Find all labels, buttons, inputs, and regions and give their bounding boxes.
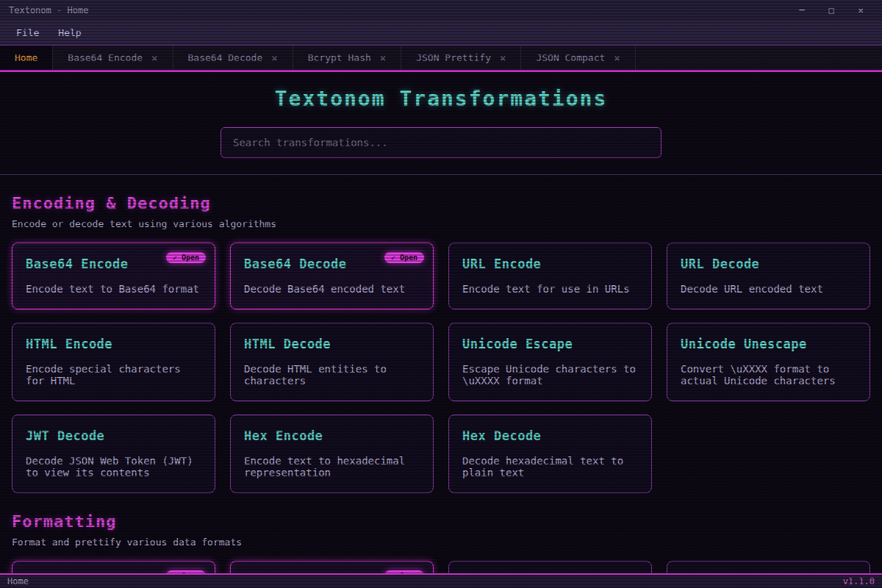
card-html-encode[interactable]: HTML EncodeEncode special characters for…: [12, 323, 215, 401]
tab-label: Bcrypt Hash: [308, 52, 371, 63]
card-description: Decode hexadecimal text to plain text: [462, 455, 638, 479]
tab-base64-encode[interactable]: Base64 Encode×: [53, 46, 173, 70]
tab-close-icon[interactable]: ×: [271, 52, 277, 64]
tab-home[interactable]: Home: [0, 46, 53, 70]
tab-base64-decode[interactable]: Base64 Decode×: [173, 46, 293, 70]
section-title: Formatting: [12, 512, 870, 531]
menu-help[interactable]: Help: [58, 27, 81, 38]
card-description: Escape Unicode characters to \uXXXX form…: [462, 363, 638, 387]
divider: [0, 174, 882, 175]
tab-label: Base64 Decode: [188, 52, 263, 63]
card-unicode-unescape[interactable]: Unicode UnescapeConvert \uXXXX format to…: [667, 323, 870, 401]
titlebar: Textonom - Home ─ □ ✕: [0, 0, 882, 21]
main-content: Textonom Transformations Encoding & Deco…: [0, 72, 882, 573]
card-hex-decode[interactable]: Hex DecodeDecode hexadecimal text to pla…: [448, 415, 652, 493]
card-xml-compact[interactable]: XML Compact: [667, 561, 870, 573]
card-json-compact[interactable]: ✓ OpenJSON Compact: [230, 561, 434, 573]
window-controls: ─ □ ✕: [789, 0, 873, 21]
card-html-decode[interactable]: HTML DecodeDecode HTML entities to chara…: [230, 323, 434, 401]
tab-close-icon[interactable]: ×: [380, 52, 386, 64]
section-formatting: FormattingFormat and prettify various da…: [0, 512, 882, 573]
section-encoding-decoding: Encoding & DecodingEncode or decode text…: [0, 194, 882, 493]
open-badge: ✓ Open: [166, 252, 206, 263]
section-subtitle: Encode or decode text using various algo…: [12, 218, 870, 229]
page-title: Textonom Transformations: [0, 87, 882, 111]
card-description: Decode JSON Web Token (JWT) to view its …: [26, 455, 201, 479]
card-description: Encode text to Base64 format: [26, 283, 201, 295]
card-title: URL Decode: [681, 257, 856, 271]
close-button[interactable]: ✕: [848, 0, 873, 21]
card-description: Encode text for use in URLs: [462, 283, 638, 295]
card-title: Hex Encode: [244, 429, 420, 443]
status-version: v1.1.0: [843, 576, 875, 587]
card-description: Encode text to hexadecimal representatio…: [244, 455, 420, 479]
card-base64-decode[interactable]: ✓ OpenBase64 DecodeDecode Base64 encoded…: [230, 243, 434, 309]
tab-label: Home: [15, 52, 37, 63]
card-grid: ✓ OpenBase64 EncodeEncode text to Base64…: [12, 243, 870, 493]
statusbar: Home v1.1.0: [0, 573, 882, 588]
card-description: Decode Base64 encoded text: [244, 283, 420, 295]
menu-file[interactable]: File: [16, 27, 39, 38]
card-jwt-decode[interactable]: JWT DecodeDecode JSON Web Token (JWT) to…: [12, 415, 215, 493]
card-url-decode[interactable]: URL DecodeDecode URL encoded text: [667, 243, 870, 309]
maximize-button[interactable]: □: [819, 0, 844, 21]
card-title: HTML Encode: [26, 337, 201, 351]
card-base64-encode[interactable]: ✓ OpenBase64 EncodeEncode text to Base64…: [12, 243, 215, 309]
open-badge: ✓ Open: [384, 570, 424, 573]
app-window: Textonom - Home ─ □ ✕ File Help HomeBase…: [0, 0, 882, 588]
search-wrap: [0, 127, 882, 158]
card-title: URL Encode: [462, 257, 638, 271]
menubar: File Help: [0, 21, 882, 46]
tab-label: JSON Compact: [536, 52, 605, 63]
card-hex-encode[interactable]: Hex EncodeEncode text to hexadecimal rep…: [230, 415, 434, 493]
card-description: Convert \uXXXX format to actual Unicode …: [681, 363, 856, 387]
window-title: Textonom - Home: [9, 5, 88, 15]
card-description: Encode special characters for HTML: [26, 363, 201, 387]
minimize-button[interactable]: ─: [789, 0, 814, 21]
tab-bcrypt-hash[interactable]: Bcrypt Hash×: [293, 46, 402, 70]
card-xml-prettify[interactable]: XML Prettify: [448, 561, 652, 573]
tab-close-icon[interactable]: ×: [614, 52, 620, 64]
section-subtitle: Format and prettify various data formats: [12, 537, 870, 548]
tab-label: Base64 Encode: [68, 52, 143, 63]
card-url-encode[interactable]: URL EncodeEncode text for use in URLs: [448, 243, 652, 309]
tab-json-compact[interactable]: JSON Compact×: [521, 46, 635, 70]
card-title: Unicode Escape: [462, 337, 638, 351]
card-title: Hex Decode: [462, 429, 638, 443]
open-badge: ✓ Open: [166, 570, 206, 573]
sections-container: Encoding & DecodingEncode or decode text…: [0, 194, 882, 573]
tabbar: HomeBase64 Encode×Base64 Decode×Bcrypt H…: [0, 46, 882, 72]
tab-label: JSON Prettify: [416, 52, 491, 63]
section-title: Encoding & Decoding: [12, 194, 870, 212]
card-title: Unicode Unescape: [681, 337, 856, 351]
card-unicode-escape[interactable]: Unicode EscapeEscape Unicode characters …: [448, 323, 652, 401]
open-badge: ✓ Open: [384, 252, 424, 263]
status-current-page: Home: [7, 576, 29, 587]
card-description: Decode URL encoded text: [681, 283, 856, 295]
card-title: HTML Decode: [244, 337, 420, 351]
tab-close-icon[interactable]: ×: [151, 52, 157, 64]
search-input[interactable]: [220, 127, 662, 158]
tab-close-icon[interactable]: ×: [500, 52, 506, 64]
card-json-prettify[interactable]: ✓ OpenJSON Prettify: [12, 561, 215, 573]
tab-json-prettify[interactable]: JSON Prettify×: [401, 46, 521, 70]
card-title: JWT Decode: [26, 429, 201, 443]
card-grid: ✓ OpenJSON Prettify✓ OpenJSON CompactXML…: [12, 561, 870, 573]
card-description: Decode HTML entities to characters: [244, 363, 420, 387]
